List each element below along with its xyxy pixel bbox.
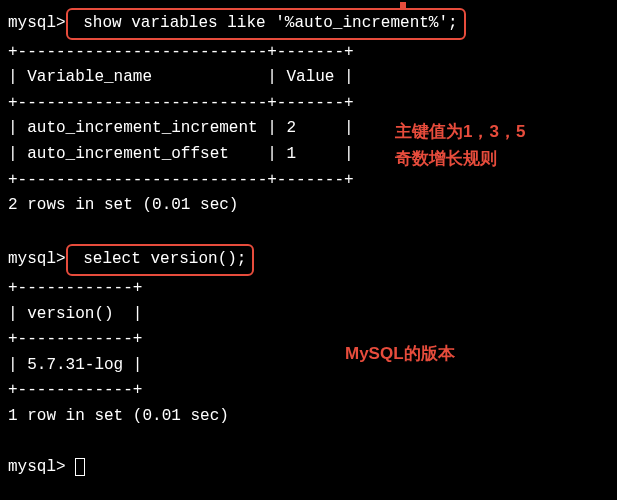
cursor-icon [75, 458, 85, 476]
table-separator: +------------+ [8, 327, 609, 353]
prompt-line-1: mysql> show variables like '%auto_increm… [8, 8, 609, 40]
blank-line [8, 430, 609, 456]
table-row: | 5.7.31-log | [8, 353, 609, 379]
decoration-tick [400, 2, 406, 10]
command-highlight-2: select version(); [66, 244, 255, 276]
result-summary: 2 rows in set (0.01 sec) [8, 193, 609, 219]
table-separator: +--------------------------+-------+ [8, 40, 609, 66]
command-text-1: show variables like '%auto_increment%'; [74, 14, 458, 32]
command-highlight-1: show variables like '%auto_increment%'; [66, 8, 466, 40]
annotation-mysql-version: MySQL的版本 [345, 340, 455, 367]
annotation-text: 主键值为1，3，5 [395, 118, 525, 145]
table-separator: +--------------------------+-------+ [8, 91, 609, 117]
command-text-2: select version(); [74, 250, 247, 268]
table-header-row: | version() | [8, 302, 609, 328]
mysql-prompt: mysql> [8, 250, 66, 268]
result-summary: 1 row in set (0.01 sec) [8, 404, 609, 430]
table-separator: +------------+ [8, 378, 609, 404]
annotation-text: 奇数增长规则 [395, 145, 525, 172]
blank-line [8, 219, 609, 245]
mysql-prompt: mysql> [8, 14, 66, 32]
table-separator: +------------+ [8, 276, 609, 302]
prompt-line-2: mysql> select version(); [8, 244, 609, 276]
mysql-prompt: mysql> [8, 458, 75, 476]
prompt-line-3[interactable]: mysql> [8, 455, 609, 481]
annotation-text: MySQL的版本 [345, 344, 455, 363]
annotation-primary-key: 主键值为1，3，5 奇数增长规则 [395, 118, 525, 172]
table-header-row: | Variable_name | Value | [8, 65, 609, 91]
